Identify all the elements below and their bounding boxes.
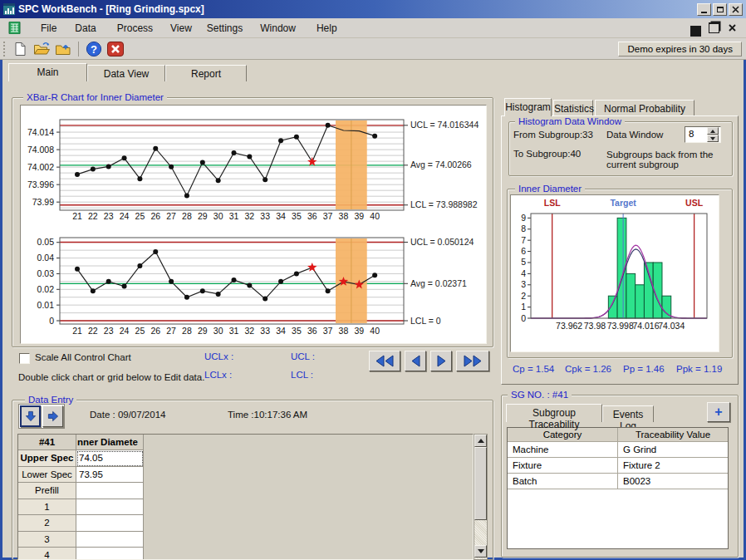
tab-events-log[interactable]: Events Log: [602, 405, 654, 422]
tab-data-view[interactable]: Data View: [87, 65, 165, 81]
previous-subgroup-button[interactable]: [405, 351, 426, 371]
scrollbar-up-button[interactable]: [474, 435, 487, 447]
svg-text:74.014: 74.014: [27, 127, 54, 137]
tab-statistics-label: Statistics: [554, 103, 594, 115]
data-window-spinner[interactable]: 8: [685, 126, 721, 143]
svg-text:0.03: 0.03: [37, 268, 55, 278]
grid-cell-upper-spec[interactable]: 74.05: [76, 450, 144, 467]
svg-text:27: 27: [166, 211, 176, 221]
svg-text:0.01: 0.01: [37, 300, 55, 310]
app-window: SPC WorkBench - [Ring Grinding.spcx] Fil…: [0, 0, 746, 560]
histogram-data-window-title: Histogram Data Window: [515, 116, 625, 126]
menu-bar: File Data Process View Settings Window H…: [0, 18, 746, 38]
next-subgroup-button[interactable]: [430, 351, 452, 371]
table-row[interactable]: Machine G Grind: [508, 442, 728, 458]
table-row[interactable]: Batch B0023: [508, 474, 728, 489]
tab-statistics[interactable]: Statistics: [553, 100, 593, 116]
menu-view[interactable]: View: [163, 20, 199, 37]
grid-cell-sample-1[interactable]: [76, 499, 144, 516]
date-text: Date : 09/07/2014: [90, 410, 165, 420]
double-left-arrow-icon: [375, 355, 395, 367]
tab-main-label: Main: [37, 66, 58, 78]
save-close-file-button[interactable]: [54, 40, 72, 58]
svg-text:74.016: 74.016: [632, 321, 659, 331]
menu-data[interactable]: Data: [67, 20, 103, 37]
mdi-minimize-button[interactable]: [690, 22, 701, 33]
tab-main[interactable]: Main: [8, 63, 87, 81]
svg-text:6: 6: [521, 246, 526, 256]
help-icon: ?: [86, 41, 102, 57]
exit-button[interactable]: [106, 40, 125, 58]
histogram-panel[interactable]: LSLTargetUSL012345678973.96273.9873.9987…: [510, 194, 719, 352]
grid-cell-sample-3[interactable]: [76, 532, 144, 548]
svg-text:29: 29: [198, 211, 208, 221]
lcl-label: LCL :: [291, 370, 313, 380]
first-subgroup-button[interactable]: [369, 351, 400, 371]
down-arrow-icon: [710, 137, 715, 140]
tab-subgroup-traceability[interactable]: Subgroup Traceability: [506, 404, 602, 422]
grid-row-upper-spec: Upper Spec 74.05: [18, 450, 473, 467]
svg-text:1: 1: [521, 302, 526, 312]
new-file-button[interactable]: [11, 40, 29, 58]
tab-report[interactable]: Report: [165, 65, 247, 81]
svg-text:39: 39: [354, 211, 364, 221]
mdi-close-button[interactable]: [727, 22, 738, 33]
svg-text:31: 31: [229, 326, 239, 336]
tab-histogram[interactable]: Histogram: [504, 98, 552, 116]
mdi-minimize-icon: [690, 26, 701, 37]
open-file-button[interactable]: [32, 40, 51, 58]
grid-cell-sample-4[interactable]: [76, 548, 144, 560]
svg-text:26: 26: [150, 211, 160, 221]
close-button[interactable]: [729, 3, 743, 16]
add-traceability-button[interactable]: +: [707, 402, 730, 422]
new-file-icon: [13, 42, 27, 56]
down-arrow-icon: [478, 549, 484, 553]
help-button[interactable]: ?: [85, 40, 103, 58]
category-cell: Batch: [508, 474, 618, 489]
svg-text:0.02: 0.02: [37, 284, 55, 294]
minimize-button[interactable]: [697, 3, 711, 16]
svg-text:38: 38: [339, 326, 349, 336]
svg-text:USL: USL: [685, 198, 704, 208]
enter-right-button[interactable]: [42, 405, 63, 427]
grid-cell-sample-2[interactable]: [76, 515, 144, 532]
spinner-up-button[interactable]: [707, 127, 719, 135]
grid-cell-prefill[interactable]: [76, 483, 144, 499]
close-icon: [732, 6, 739, 13]
scale-all-checkbox[interactable]: [19, 353, 30, 364]
mdi-restore-button[interactable]: [709, 22, 719, 33]
table-row[interactable]: Fixture Fixture 2: [508, 458, 728, 474]
grid-cell-lower-spec[interactable]: 73.95: [76, 467, 144, 484]
spinner-down-button[interactable]: [707, 135, 719, 142]
menu-window[interactable]: Window: [253, 20, 303, 37]
scrollbar-down-button[interactable]: [474, 545, 487, 558]
scrollbar-thumb[interactable]: [474, 447, 487, 520]
open-folder-icon: [33, 42, 51, 56]
svg-text:73.998: 73.998: [607, 321, 634, 331]
maximize-button[interactable]: [713, 3, 727, 16]
menu-settings[interactable]: Settings: [199, 20, 250, 37]
edit-hint-text: Double click chart or grid below to Edit…: [18, 372, 204, 382]
data-window-value[interactable]: 8: [685, 127, 707, 142]
sg-group-title: SG NO. : #41: [508, 390, 572, 400]
last-subgroup-button[interactable]: [456, 351, 489, 371]
control-chart-panel[interactable]: 74.01474.00874.00273.99673.9921222324252…: [20, 105, 487, 344]
right-arrow-icon: [47, 410, 60, 423]
grid-scrollbar[interactable]: [474, 434, 488, 560]
value-cell: G Grind: [618, 442, 728, 458]
menu-help[interactable]: Help: [309, 20, 345, 37]
app-icon: [3, 3, 15, 15]
tab-normal-probability-plot[interactable]: Normal Probability Plot: [595, 100, 694, 116]
traceability-value-column-header: Traceability Value: [618, 428, 728, 442]
svg-text:34: 34: [276, 211, 286, 221]
grid-row-1: 1: [18, 499, 473, 516]
value-cell: Fixture 2: [618, 458, 728, 474]
svg-text:22: 22: [88, 326, 98, 336]
menu-file[interactable]: File: [33, 20, 64, 37]
svg-text:73.996: 73.996: [27, 179, 54, 189]
enter-down-button[interactable]: [20, 405, 41, 427]
folder-arrow-icon: [55, 42, 71, 56]
menu-process[interactable]: Process: [110, 20, 160, 37]
inner-diameter-group-title: Inner Diameter: [515, 184, 585, 194]
category-cell: Machine: [508, 442, 618, 458]
